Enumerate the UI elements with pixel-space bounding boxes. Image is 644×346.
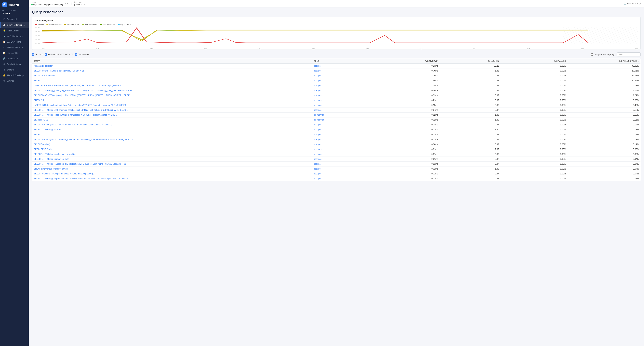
query-cell[interactable]: <pganalyze-collector> — [32, 64, 312, 68]
query-cell[interactable]: SELECT EXISTS (SELECT schema_name FROM i… — [32, 137, 312, 142]
table-row[interactable]: SHOW synchronous_standby_namespostgres0.… — [32, 166, 640, 171]
role-cell[interactable]: postgres — [312, 127, 367, 132]
role-cell[interactable]: pg_monitor — [312, 117, 367, 122]
role-cell[interactable]: postgres — [312, 157, 367, 161]
table-row[interactable]: SELECT ... FROM pg_stat_progress_basebac… — [32, 108, 640, 113]
filter-select[interactable]: SELECT — [32, 53, 43, 56]
sidebar-item-explain-plans[interactable]: 📋 EXPLAIN Plans — [0, 39, 29, 45]
filter-insert-update-delete[interactable]: INSERT, UPDATE, DELETE — [45, 53, 73, 56]
chart-area[interactable]: 8:40 8:45 8:50 8:55 9 PM 9:05 9:10 9:15 … — [42, 27, 638, 47]
query-cell[interactable]: SELECT ... FROM pg_catalog.pg_authid aut… — [32, 88, 312, 93]
query-cell[interactable]: SELECT run_heartbeat() — [32, 73, 312, 78]
query-cell[interactable]: SHOW synchronous_standby_names — [32, 166, 312, 171]
query-cell[interactable]: SELECT ... FROM pg_replication_slots WHE… — [32, 176, 312, 181]
sidebar-item-alerts-checkup[interactable]: 🔔 Alerts & Check-Up — [0, 73, 29, 78]
compare-7-days[interactable]: Compare to 7 days ago — [591, 53, 615, 56]
sidebar-item-connections[interactable]: 🔗 Connections — [0, 56, 29, 61]
role-cell[interactable]: postgres — [312, 73, 367, 78]
role-cell[interactable]: postgres — [312, 103, 367, 108]
query-cell[interactable]: SHOW ALL — [32, 98, 312, 103]
table-row[interactable]: CREATE OR REPLACE FUNCTION run_heartbeat… — [32, 83, 640, 88]
filter-ddl-other[interactable]: DDL & other — [75, 53, 89, 56]
query-cell[interactable]: SELECT ... — [32, 78, 312, 83]
query-cell[interactable]: SELECT ... FROM pg_replication_slots — [32, 157, 312, 161]
role-cell[interactable]: postgres — [312, 137, 367, 142]
query-cell[interactable]: SELECT datname FROM pg_database WHERE da… — [32, 171, 312, 176]
query-cell[interactable]: SELECT setting FROM pg_settings WHERE na… — [32, 68, 312, 73]
role-cell[interactable]: postgres — [312, 83, 367, 88]
role-cell[interactable]: postgres — [312, 171, 367, 176]
query-cell[interactable]: SELECT ... FROM pg_catalog.pg_stat_archi… — [32, 152, 312, 157]
sidebar-item-system[interactable]: 🖥 System — [0, 67, 29, 73]
table-row[interactable]: SELECT ... FROM pg_stat_walpostgres0.02m… — [32, 127, 640, 132]
query-cell[interactable]: SELECT ... FROM pg_catalog.pg_stat_repli… — [32, 161, 312, 166]
table-row[interactable]: SELECT EXISTS (SELECT table_name FROM in… — [32, 122, 640, 127]
filter-ddl-checkbox[interactable] — [75, 53, 77, 56]
table-row[interactable]: INSERT INTO tembo.heartbeat_table (lates… — [32, 103, 640, 108]
database-close-button[interactable]: ✕ — [84, 3, 86, 6]
role-cell[interactable]: postgres — [312, 68, 367, 73]
query-cell[interactable]: INSERT INTO tembo.heartbeat_table (lates… — [32, 103, 312, 108]
table-row[interactable]: SELECT datname FROM pg_database WHERE da… — [32, 171, 640, 176]
table-row[interactable]: SELECT ...postgres0.03ms0.870.00%0.12% — [32, 132, 640, 137]
table-row[interactable]: SELECT setting FROM pg_settings WHERE na… — [32, 68, 640, 73]
role-cell[interactable]: postgres — [312, 166, 367, 171]
table-row[interactable]: <pganalyze-collector>postgres0.13ms82.22… — [32, 64, 640, 68]
role-cell[interactable]: postgres — [312, 78, 367, 83]
role-cell[interactable]: postgres — [312, 88, 367, 93]
compare-checkbox[interactable] — [591, 53, 593, 56]
table-row[interactable]: SELECT EXISTS (SELECT schema_name FROM i… — [32, 137, 640, 142]
table-row[interactable]: SELECT run_heartbeat()postgres3.70ms0.87… — [32, 73, 640, 78]
col-pct-runtime[interactable]: % OF ALL RUNTIME ↓ — [568, 59, 640, 64]
role-cell[interactable]: postgres — [312, 152, 367, 157]
table-row[interactable]: SELECT ... FROM pg_replication_slots WHE… — [32, 176, 640, 181]
role-cell[interactable]: postgres — [312, 176, 367, 181]
table-row[interactable]: SELECT ... FROM pg_class c JOIN pg_names… — [32, 113, 640, 117]
org-name[interactable]: Tembo — [2, 12, 26, 15]
server-close-button[interactable]: ✕ — [64, 2, 66, 5]
role-cell[interactable]: postgres — [312, 93, 367, 98]
table-row[interactable]: SELECT ... FROM pg_catalog.pg_stat_repli… — [32, 161, 640, 166]
query-cell[interactable]: SELECT EXISTS (SELECT table_name FROM in… — [32, 122, 312, 127]
table-row[interactable]: BEGIN READ ONLYpostgres0.01ms2.670.00%0.… — [32, 147, 640, 152]
role-cell[interactable]: pg_monitor — [312, 113, 367, 117]
query-cell[interactable]: SELECT DISTINCT ON (name) ... AS ... FRO… — [32, 93, 312, 98]
role-cell[interactable]: postgres — [312, 108, 367, 113]
role-cell[interactable]: postgres — [312, 147, 367, 152]
table-row[interactable]: SELECT version()postgres0.00ms6.320.00%0… — [32, 142, 640, 147]
sidebar-item-dashboard[interactable]: ⊞ Dashboard — [0, 16, 29, 22]
query-cell[interactable]: CREATE OR REPLACE FUNCTION run_heartbeat… — [32, 83, 312, 88]
sidebar-item-query-performance[interactable]: Query Performance — [0, 22, 29, 28]
table-row[interactable]: SET role TO $1pg_monitor0.02ms1.800.00%0… — [32, 117, 640, 122]
role-cell[interactable]: postgres — [312, 161, 367, 166]
sidebar-item-config-settings[interactable]: ⚙ Config Settings — [0, 61, 29, 67]
query-cell[interactable]: SET role TO $1 — [32, 117, 312, 122]
query-cell[interactable]: SELECT ... FROM pg_stat_wal — [32, 127, 312, 132]
role-cell[interactable]: postgres — [312, 64, 367, 68]
query-cell[interactable]: BEGIN READ ONLY — [32, 147, 312, 152]
role-cell[interactable]: postgres — [312, 142, 367, 147]
query-cell[interactable]: SELECT version() — [32, 142, 312, 147]
sidebar-item-schema-statistics[interactable]: 🗂 Schema Statistics — [0, 45, 29, 50]
query-cell[interactable]: SELECT ... FROM pg_class c JOIN pg_names… — [32, 113, 312, 117]
table-row[interactable]: SELECT ... FROM pg_catalog.pg_stat_archi… — [32, 152, 640, 157]
server-dropdown-button[interactable]: ▾ — [67, 3, 68, 5]
table-row[interactable]: SELECT ... FROM pg_catalog.pg_authid aut… — [32, 88, 640, 93]
sidebar-item-log-insights[interactable]: 📝 Log Insights — [0, 50, 29, 56]
role-cell[interactable]: postgres — [312, 98, 367, 103]
filter-select-checkbox[interactable] — [32, 53, 34, 56]
role-cell[interactable]: postgres — [312, 122, 367, 127]
role-cell[interactable]: postgres — [312, 132, 367, 137]
sidebar-item-settings[interactable]: ⚙ Settings — [0, 78, 29, 84]
filter-iud-checkbox[interactable] — [45, 53, 47, 56]
query-cell[interactable]: SELECT ... FROM pg_stat_progress_basebac… — [32, 108, 312, 113]
expand-button[interactable]: ⤢ — [639, 2, 641, 5]
table-row[interactable]: SHOW ALLpostgres0.21ms0.870.00%0.80% — [32, 98, 640, 103]
table-row[interactable]: SELECT ...postgres2.90ms0.870.00%10.96% — [32, 78, 640, 83]
sidebar-item-index-advisor[interactable]: 💡 Index Advisor — [0, 28, 29, 34]
query-cell[interactable]: SELECT ... — [32, 132, 312, 137]
table-row[interactable]: SELECT DISTINCT ON (name) ... AS ... FRO… — [32, 93, 640, 98]
search-input[interactable] — [617, 52, 640, 56]
table-row[interactable]: SELECT ... FROM pg_replication_slotspost… — [32, 157, 640, 161]
time-range-selector[interactable]: 🕐 Last hour ▾ — [624, 3, 638, 5]
